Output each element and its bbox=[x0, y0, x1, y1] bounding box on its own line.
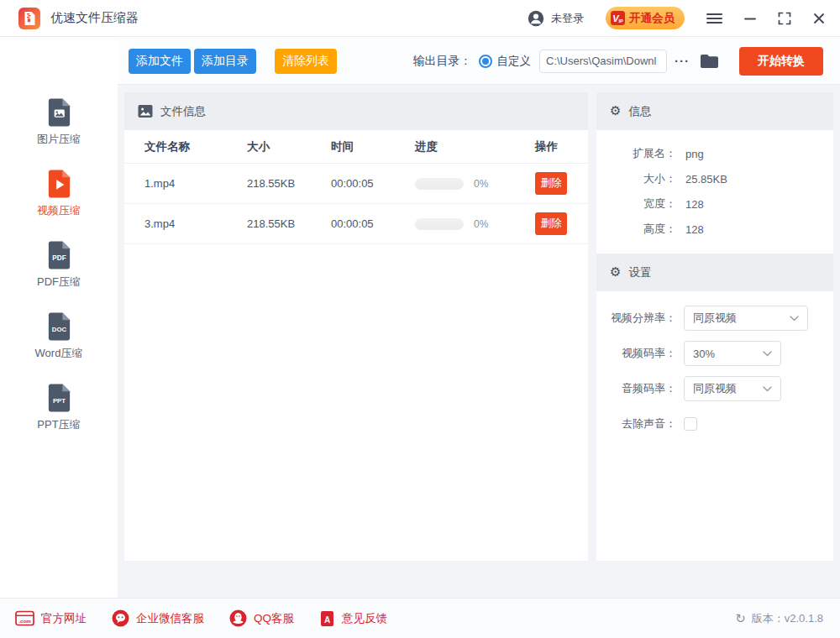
maximize-button[interactable] bbox=[778, 12, 791, 25]
close-button[interactable] bbox=[813, 13, 825, 24]
sidebar-item-label: PDF压缩 bbox=[37, 275, 81, 290]
feedback-link[interactable]: A 意见反馈 bbox=[319, 610, 387, 627]
add-folder-button[interactable]: 添加目录 bbox=[194, 49, 256, 74]
minimize-icon bbox=[744, 13, 756, 24]
info-value: 128 bbox=[685, 198, 704, 211]
ppt-file-icon: PPT bbox=[45, 382, 74, 412]
footer: .com 官方网址 企业微信客服 QQ客服 bbox=[0, 598, 840, 638]
app-title: 优速文件压缩器 bbox=[50, 10, 139, 26]
maximize-icon bbox=[778, 12, 791, 25]
footer-link-label: 意见反馈 bbox=[342, 611, 387, 626]
toolbar: 添加文件 添加目录 清除列表 输出目录： 自定义 ··· 开始转换 bbox=[118, 38, 840, 85]
qq-service-link[interactable]: QQ客服 bbox=[229, 609, 294, 627]
info-label: 扩展名： bbox=[596, 146, 676, 161]
settings-row: 视频码率： 30% bbox=[596, 336, 833, 371]
svg-text:PPT: PPT bbox=[52, 397, 65, 405]
progress-bar bbox=[415, 218, 464, 230]
mute-checkbox[interactable] bbox=[684, 417, 697, 431]
main-area: 图片压缩 视频压缩 PDF PDF压缩 bbox=[0, 38, 840, 598]
progress-cell: 0% bbox=[415, 218, 535, 230]
browse-more-button[interactable]: ··· bbox=[675, 54, 690, 68]
sidebar-item-ppt-compress[interactable]: PPT PPT压缩 bbox=[0, 382, 118, 453]
svg-text:PDF: PDF bbox=[52, 254, 66, 262]
svg-text:IP: IP bbox=[619, 18, 624, 24]
login-status: 未登录 bbox=[551, 11, 584, 26]
vip-badge-icon: V IP bbox=[611, 11, 625, 25]
menu-button[interactable] bbox=[706, 13, 722, 24]
minimize-button[interactable] bbox=[744, 13, 756, 24]
file-name: 1.mp4 bbox=[144, 177, 247, 190]
vip-label: 开通会员 bbox=[629, 11, 675, 26]
resolution-select[interactable]: 同原视频 bbox=[684, 306, 808, 331]
footer-link-label: QQ客服 bbox=[254, 611, 294, 626]
sidebar-item-label: Word压缩 bbox=[35, 346, 83, 361]
login-button[interactable]: 未登录 bbox=[528, 10, 584, 27]
custom-output-radio[interactable] bbox=[479, 55, 492, 68]
content-area: 添加文件 添加目录 清除列表 输出目录： 自定义 ··· 开始转换 bbox=[118, 38, 840, 598]
file-time: 00:00:05 bbox=[331, 217, 415, 230]
progress-bar bbox=[415, 178, 464, 190]
video-bitrate-select[interactable]: 30% bbox=[684, 341, 781, 366]
right-panel: ⚙ 信息 扩展名： png 大小： 25.85KB 宽度： bbox=[596, 92, 833, 561]
website-icon: .com bbox=[15, 610, 34, 626]
settings-row: 去除声音： bbox=[596, 406, 833, 442]
wechat-service-link[interactable]: 企业微信客服 bbox=[112, 609, 204, 627]
svg-text:A: A bbox=[324, 614, 330, 624]
delete-button[interactable]: 删除 bbox=[535, 172, 567, 195]
pdf-file-icon: PDF bbox=[45, 239, 74, 269]
add-file-button[interactable]: 添加文件 bbox=[129, 49, 191, 74]
audio-bitrate-label: 音频码率： bbox=[596, 381, 676, 396]
col-progress: 进度 bbox=[415, 139, 535, 154]
feedback-icon: A bbox=[319, 610, 335, 627]
settings-row: 视频分辨率： 同原视频 bbox=[596, 301, 833, 336]
sidebar-item-word-compress[interactable]: DOC Word压缩 bbox=[0, 311, 118, 382]
chevron-down-icon bbox=[763, 351, 772, 357]
progress-cell: 0% bbox=[415, 178, 535, 190]
table-header: 文件名称 大小 时间 进度 操作 bbox=[124, 130, 588, 164]
sidebar-item-video-compress[interactable]: 视频压缩 bbox=[0, 168, 118, 239]
info-value: png bbox=[685, 148, 704, 160]
wechat-icon bbox=[112, 609, 129, 627]
settings-header: ⚙ 设置 bbox=[596, 254, 833, 291]
col-time: 时间 bbox=[331, 139, 415, 154]
file-info-title: 文件信息 bbox=[160, 104, 206, 119]
svg-text:DOC: DOC bbox=[51, 326, 66, 333]
delete-button[interactable]: 删除 bbox=[535, 212, 567, 235]
footer-link-label: 官方网址 bbox=[41, 611, 87, 626]
info-value: 25.85KB bbox=[685, 173, 727, 186]
user-icon bbox=[528, 10, 544, 27]
info-label: 高度： bbox=[596, 222, 676, 237]
info-value: 128 bbox=[685, 223, 704, 236]
sidebar-item-image-compress[interactable]: 图片压缩 bbox=[0, 97, 118, 168]
info-list: 扩展名： png 大小： 25.85KB 宽度： 128 高度： bbox=[596, 130, 833, 242]
sidebar-item-pdf-compress[interactable]: PDF PDF压缩 bbox=[0, 239, 118, 311]
info-row: 高度： 128 bbox=[596, 217, 833, 242]
panels: 文件信息 文件名称 大小 时间 进度 操作 1.mp4 218.55KB 00:… bbox=[124, 92, 833, 561]
info-row: 扩展名： png bbox=[596, 141, 833, 166]
output-path-input[interactable] bbox=[539, 50, 667, 73]
chevron-down-icon bbox=[790, 316, 799, 322]
video-file-icon bbox=[45, 168, 74, 198]
qq-icon bbox=[229, 609, 247, 627]
resolution-label: 视频分辨率： bbox=[596, 311, 676, 326]
update-refresh-icon: ↻ bbox=[735, 611, 746, 626]
progress-percent: 0% bbox=[474, 178, 488, 190]
footer-link-label: 企业微信客服 bbox=[136, 611, 204, 626]
video-bitrate-label: 视频码率： bbox=[596, 346, 676, 361]
clear-list-button[interactable]: 清除列表 bbox=[275, 49, 337, 74]
settings-title: 设置 bbox=[628, 265, 651, 280]
info-row: 大小： 25.85KB bbox=[596, 166, 833, 191]
official-website-link[interactable]: .com 官方网址 bbox=[15, 610, 87, 626]
sidebar-item-label: 视频压缩 bbox=[37, 203, 81, 218]
vip-upgrade-button[interactable]: V IP 开通会员 bbox=[606, 7, 685, 29]
info-title: 信息 bbox=[628, 104, 651, 119]
app-logo-icon bbox=[18, 8, 40, 29]
file-size: 218.55KB bbox=[247, 217, 331, 230]
file-name: 3.mp4 bbox=[144, 217, 247, 230]
start-convert-button[interactable]: 开始转换 bbox=[739, 47, 823, 76]
audio-bitrate-select[interactable]: 同原视频 bbox=[684, 376, 781, 401]
output-dir-group: 输出目录： 自定义 ··· 开始转换 bbox=[413, 47, 824, 76]
doc-file-icon: DOC bbox=[45, 311, 74, 341]
sidebar: 图片压缩 视频压缩 PDF PDF压缩 bbox=[0, 38, 118, 598]
open-folder-button[interactable] bbox=[700, 54, 719, 69]
